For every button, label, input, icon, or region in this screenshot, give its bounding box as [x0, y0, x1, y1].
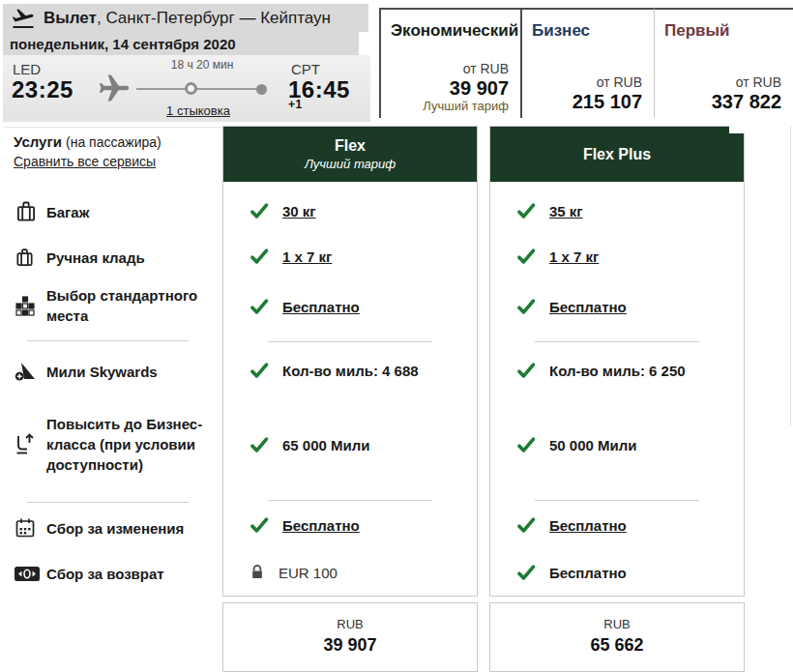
tab-business[interactable]: Бизнес от RUB 215 107	[522, 8, 654, 118]
fare-row-hand-baggage: 1 х 7 кг	[490, 242, 744, 271]
services-divider	[27, 502, 189, 503]
departure-time: 23:25	[12, 76, 73, 103]
check-icon	[515, 361, 537, 380]
hand-baggage-icon	[14, 247, 46, 269]
fare-value-link[interactable]: 1 х 7 кг	[549, 248, 599, 265]
service-row-hand-baggage: Ручная кладь	[14, 243, 219, 272]
direction-label: Вылет	[44, 9, 97, 27]
stopover-marker	[185, 82, 197, 95]
fare-value: 50 000 Мили	[549, 437, 637, 453]
services-heading-note: (на пассажира)	[66, 134, 162, 150]
fare-row-baggage: 35 кг	[490, 196, 744, 225]
service-row-seat-selection: Выбор стандартного места	[14, 283, 219, 328]
calendar-icon	[14, 516, 46, 540]
service-row-refund-fee: Сбор за возврат	[14, 559, 219, 588]
service-label: Мили Skywards	[46, 362, 158, 382]
check-icon	[515, 247, 537, 266]
from-label: от RUB	[712, 73, 781, 91]
flight-detail: LED 23:25 18 ч 20 мин 1 стыковка CPT 16:…	[3, 55, 370, 122]
fare-row-refund-fee: EUR 100	[223, 558, 477, 587]
services-heading: Услуги (на пассажира)	[14, 133, 162, 150]
cabin-class-tabs: Экономический от RUB 39 907 Лучший тариф…	[379, 8, 793, 118]
fare-row-hand-baggage: 1 х 7 кг	[223, 242, 477, 271]
check-icon	[515, 201, 537, 220]
fare-total-flex-plus: RUB 65 662	[489, 602, 745, 672]
seat-map-icon	[14, 294, 46, 317]
check-icon	[515, 563, 537, 582]
fare-value: Бесплатно	[549, 565, 627, 581]
fare-divider	[268, 500, 432, 501]
fare-value-link[interactable]: Бесплатно	[282, 299, 360, 315]
fare-header-flex-plus: Flex Plus	[490, 127, 744, 182]
check-icon	[515, 297, 537, 316]
check-icon	[249, 515, 270, 535]
compare-services-link[interactable]: Сравнить все сервисы	[14, 154, 156, 169]
total-price: 39 907	[223, 635, 477, 656]
fare-column-flex: Flex Лучший тариф 30 кг 1 х 7 кг Бесплат…	[222, 126, 478, 597]
skywards-miles-icon	[14, 360, 46, 383]
fare-value-link[interactable]: Бесплатно	[282, 517, 360, 534]
fare-row-upgrade: 50 000 Мили	[490, 430, 744, 459]
service-label: Ручная кладь	[46, 248, 145, 268]
check-icon	[249, 201, 270, 220]
service-row-baggage: Багаж	[14, 197, 219, 226]
fare-name: Flex	[335, 137, 366, 155]
service-label: Багаж	[46, 202, 89, 222]
baggage-icon	[14, 199, 46, 224]
check-icon	[249, 435, 270, 454]
plane-icon	[96, 71, 134, 105]
fare-divider	[535, 341, 699, 342]
fare-value: Кол-во миль: 4 688	[282, 363, 419, 379]
fare-name: Flex Plus	[583, 146, 651, 163]
tab-economy[interactable]: Экономический от RUB 39 907 Лучший тариф	[379, 8, 522, 118]
takeoff-plane-icon	[11, 8, 36, 29]
check-icon	[249, 361, 270, 380]
fare-row-miles: Кол-во миль: 6 250	[490, 356, 744, 385]
destination-code: CPT	[291, 61, 320, 77]
next-column-edge	[790, 126, 791, 425]
currency-label: RUB	[490, 617, 744, 631]
service-label: Сбор за изменения	[46, 518, 184, 539]
arrival-day-offset: +1	[288, 98, 303, 111]
services-divider	[27, 340, 189, 341]
flight-title: Вылет, Санкт-Петербург — Кейптаун	[3, 4, 368, 32]
fare-value-link[interactable]: Бесплатно	[549, 299, 627, 315]
fare-divider	[268, 341, 432, 342]
best-fare-note: Лучший тариф	[423, 99, 509, 114]
fare-value-link[interactable]: 30 кг	[282, 203, 316, 219]
tab-economy-label: Экономический	[391, 21, 518, 41]
fare-row-change-fee: Бесплатно	[490, 511, 744, 540]
fare-row-baggage: 30 кг	[223, 196, 477, 225]
flight-summary: Вылет, Санкт-Петербург — Кейптаун понеде…	[0, 0, 371, 122]
origin-code: LED	[13, 61, 41, 77]
fare-row-refund-fee: Бесплатно	[490, 558, 744, 587]
flight-route-title: Вылет, Санкт-Петербург — Кейптаун	[44, 9, 331, 28]
refund-icon	[14, 565, 46, 583]
tab-first-price-block: от RUB 337 822	[712, 73, 781, 112]
tab-economy-price-block: от RUB 39 907 Лучший тариф	[423, 60, 509, 114]
service-label: Повысить до Бизнес-класса (при условии д…	[46, 414, 213, 475]
fare-value-link[interactable]: 35 кг	[549, 203, 583, 219]
fare-value-link[interactable]: Бесплатно	[549, 517, 627, 534]
fare-row-seat-selection: Бесплатно	[490, 292, 744, 321]
check-icon	[249, 247, 270, 266]
from-label: от RUB	[423, 60, 509, 77]
stops-link[interactable]: 1 стыковка	[140, 103, 256, 118]
check-icon	[249, 297, 270, 316]
service-row-skywards-miles: Мили Skywards	[14, 357, 219, 386]
fare-value-link[interactable]: 1 х 7 кг	[282, 248, 332, 265]
tab-business-price: 215 107	[573, 91, 642, 112]
fare-row-seat-selection: Бесплатно	[223, 292, 477, 321]
fare-value: Кол-во миль: 6 250	[549, 363, 686, 379]
service-row-change-fee: Сбор за изменения	[14, 513, 219, 542]
fare-value: EUR 100	[279, 565, 338, 581]
arrival-time: 16:45 +1	[288, 76, 370, 131]
route-text: , Санкт-Петербург — Кейптаун	[97, 9, 331, 27]
from-label: от RUB	[573, 73, 642, 91]
tab-first[interactable]: Первый от RUB 337 822	[654, 8, 793, 118]
total-price: 65 662	[490, 635, 744, 656]
tab-business-price-block: от RUB 215 107	[573, 73, 642, 112]
lock-icon	[249, 563, 266, 582]
fare-header-flex: Flex Лучший тариф	[223, 127, 477, 182]
services-heading-bold: Услуги	[14, 133, 62, 150]
